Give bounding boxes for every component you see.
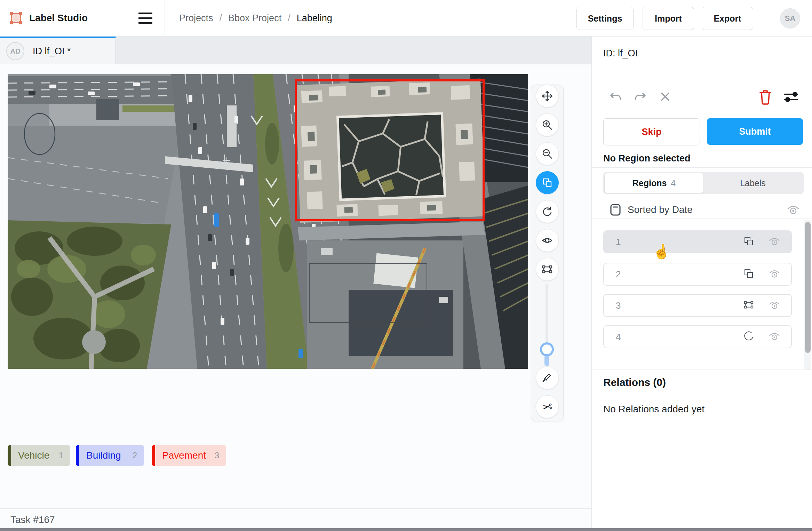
filter-sliders-icon[interactable] <box>783 89 799 104</box>
task-tab-title: ID lf_OI * <box>33 46 71 57</box>
aerial-image <box>8 74 528 369</box>
breadcrumb-projects[interactable]: Projects <box>179 13 213 24</box>
zoom-slider-thumb[interactable] <box>540 342 554 356</box>
scissors-icon: ✂ <box>541 399 553 414</box>
relations-title: Relations (0) <box>603 377 666 388</box>
settings-button[interactable]: Settings <box>576 7 634 30</box>
task-tab[interactable]: AD ID lf_OI * <box>0 36 116 64</box>
eye-icon[interactable] <box>768 299 781 312</box>
eye-icon[interactable] <box>768 268 781 280</box>
bbox-tool-button[interactable] <box>536 258 559 281</box>
no-region-text: No Region selected <box>603 153 691 164</box>
user-avatar[interactable]: SA <box>780 8 800 29</box>
sort-label[interactable]: Sorted by Date <box>628 204 693 215</box>
eye-icon[interactable] <box>768 236 781 248</box>
region-number: 1 <box>616 237 621 247</box>
window-bottom-edge <box>0 528 812 531</box>
eye-icon[interactable] <box>768 331 781 343</box>
zoom-slider-track[interactable] <box>546 284 548 350</box>
undo-icon[interactable] <box>608 89 623 104</box>
bbox-icon <box>743 299 754 312</box>
close-icon[interactable] <box>658 89 673 104</box>
sidebar-divider <box>592 219 812 219</box>
export-button[interactable]: Export <box>702 7 753 30</box>
rect-multi-icon <box>743 236 754 248</box>
scissors-tool-button[interactable]: ✂ <box>536 395 559 418</box>
footer-divider <box>0 508 591 509</box>
label-color-bar <box>152 445 155 466</box>
label-hotkey: 1 <box>59 451 63 460</box>
region-number: 2 <box>616 269 621 280</box>
sort-row: Sorted by Date <box>610 202 804 218</box>
region-row-2[interactable]: 2 <box>603 263 792 286</box>
label-chip-pavement[interactable]: Pavement 3 <box>152 445 226 466</box>
redo-icon[interactable] <box>632 89 648 104</box>
regions-tab-label: Regions <box>632 178 667 188</box>
hamburger-icon[interactable] <box>138 13 152 24</box>
breadcrumb-project[interactable]: Bbox Project <box>228 13 281 24</box>
region-number: 4 <box>616 332 621 342</box>
breadcrumb-separator: / <box>288 13 290 24</box>
breadcrumb-current: Labeling <box>297 13 332 24</box>
label-chip-building[interactable]: Building 2 <box>76 445 144 466</box>
rect-multi-tool-button[interactable] <box>536 171 559 194</box>
zoom-slider-stem[interactable] <box>544 355 549 366</box>
regions-visibility-eye-icon[interactable] <box>786 203 801 216</box>
region-row-4[interactable]: 4 <box>603 325 792 348</box>
relations-empty-text: No Relations added yet <box>603 404 704 415</box>
tab-labels[interactable]: Labels <box>703 173 802 193</box>
submit-button[interactable]: Submit <box>707 118 803 145</box>
skip-button[interactable]: Skip <box>603 118 700 145</box>
rect-multi-icon <box>743 268 754 280</box>
move-tool-button[interactable] <box>536 85 559 108</box>
task-number-label: Task #167 <box>10 514 55 525</box>
regions-count-badge: 4 <box>671 178 676 188</box>
label-name: Building <box>86 450 121 461</box>
header: Label Studio Projects / Bbox Project / L… <box>0 0 812 37</box>
import-button[interactable]: Import <box>643 7 694 30</box>
ellipse-arc-icon <box>743 331 754 343</box>
label-name: Vehicle <box>18 450 49 461</box>
label-color-bar <box>76 445 79 466</box>
region-row-3[interactable]: 3 <box>603 294 792 317</box>
region-number: 3 <box>616 300 621 311</box>
task-id-label: ID: lf_OI <box>603 48 638 59</box>
label-color-bar <box>8 445 11 466</box>
label-name: Pavement <box>162 450 206 461</box>
zoom-out-button[interactable] <box>536 142 559 165</box>
zoom-in-button[interactable] <box>536 113 559 136</box>
regions-labels-tabs: Regions 4 Labels <box>603 172 804 194</box>
scroll-divider <box>803 219 803 371</box>
label-hotkey: 3 <box>215 451 219 460</box>
sidebar-divider <box>592 370 812 370</box>
label-studio-window: Label Studio Projects / Bbox Project / L… <box>0 0 812 531</box>
sidebar-divider <box>592 167 812 168</box>
brush-tool-button[interactable] <box>536 366 559 389</box>
annotator-avatar: AD <box>6 42 24 60</box>
breadcrumb-separator: / <box>220 13 222 24</box>
scrollbar-thumb[interactable] <box>805 222 811 353</box>
label-studio-logo-icon[interactable] <box>8 10 24 26</box>
header-divider <box>165 0 165 36</box>
breadcrumb: Projects / Bbox Project / Labeling <box>179 0 332 36</box>
app-title: Label Studio <box>29 0 88 36</box>
label-hotkey: 2 <box>133 451 137 460</box>
journal-icon[interactable] <box>610 203 621 216</box>
label-chip-vehicle[interactable]: Vehicle 1 <box>8 445 70 466</box>
visibility-tool-button[interactable] <box>536 229 559 252</box>
hand-cursor: ☝ <box>652 243 671 261</box>
labels-tab-label: Labels <box>740 178 766 188</box>
rotate-tool-button[interactable] <box>536 200 559 223</box>
region-row-1[interactable]: 1 <box>603 230 792 253</box>
trash-icon[interactable] <box>757 88 774 106</box>
annotation-canvas[interactable] <box>8 74 528 369</box>
tab-regions[interactable]: Regions 4 <box>605 173 703 193</box>
